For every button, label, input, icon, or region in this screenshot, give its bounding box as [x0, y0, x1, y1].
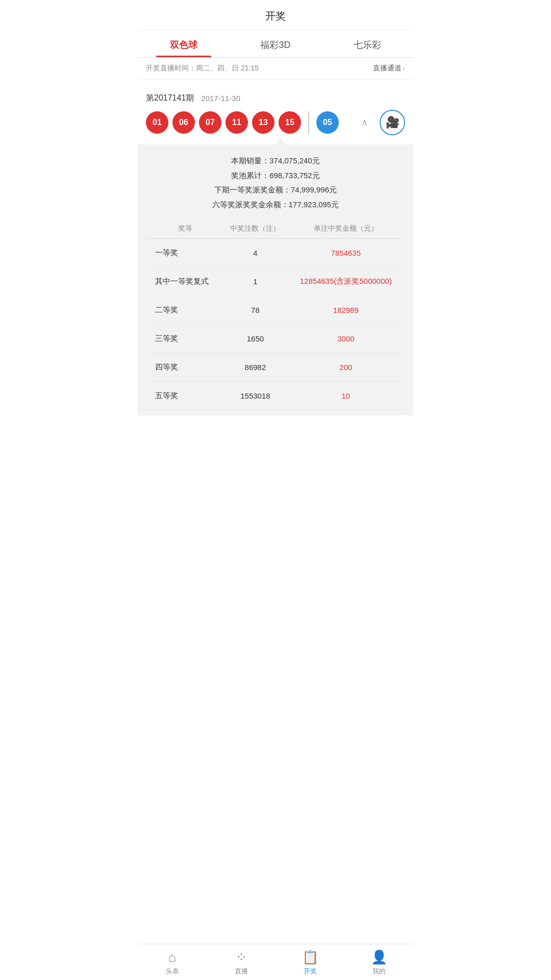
table-row: 二等奖78182989 — [148, 296, 403, 325]
prize-count: 1650 — [222, 325, 288, 353]
tab-shuangseqiu[interactable]: 双色球 — [138, 31, 230, 57]
prize-amount: 12854635(含派奖5000000) — [289, 267, 403, 296]
tab-bar: 双色球 福彩3D 七乐彩 — [138, 31, 413, 58]
details-panel: 本期销量：374,075,240元 奖池累计：698,733,752元 下期一等… — [138, 144, 413, 415]
page-title: 开奖 — [138, 0, 413, 31]
prize-amount: 7854635 — [289, 239, 403, 267]
prize-count: 1553018 — [222, 382, 288, 410]
caret-area — [146, 135, 405, 144]
table-header-rank: 奖等 — [148, 219, 222, 239]
table-row: 五等奖155301810 — [148, 382, 403, 410]
prize-table: 奖等 中奖注数（注） 单注中奖金额（元） 一等奖47854635其中一等奖复式1… — [148, 219, 403, 410]
prize-rank: 一等奖 — [148, 239, 222, 267]
broadcast-bar: 开奖直播时间：周二、四、日 21:15 直播通道 › — [138, 58, 413, 80]
table-header-amount: 单注中奖金额（元） — [289, 219, 403, 239]
prize-amount: 3000 — [289, 325, 403, 353]
draw-header: 第2017141期 2017-11-30 — [146, 93, 405, 104]
red-balls: 01 06 07 11 13 15 — [146, 111, 301, 134]
video-camera-icon: 🎥 — [386, 116, 399, 129]
red-ball-4: 11 — [226, 111, 248, 134]
prize-rank: 五等奖 — [148, 382, 222, 410]
table-header-count: 中奖注数（注） — [222, 219, 288, 239]
summary-line4-value: 177,923,095元 — [289, 200, 339, 209]
video-button[interactable]: 🎥 — [380, 110, 405, 135]
summary-line1-label: 本期销量： — [231, 156, 269, 165]
prize-rank: 四等奖 — [148, 353, 222, 382]
tab-qilecai[interactable]: 七乐彩 — [321, 31, 413, 57]
prize-rank: 其中一等奖复式 — [148, 267, 222, 296]
prize-count: 4 — [222, 239, 288, 267]
broadcast-channel-label: 直播通道 — [373, 64, 402, 73]
red-ball-3: 07 — [199, 111, 221, 134]
red-ball-6: 15 — [279, 111, 301, 134]
summary-line1-value: 374,075,240元 — [269, 156, 319, 165]
prize-count: 1 — [222, 267, 288, 296]
prize-count: 86982 — [222, 353, 288, 382]
prize-rank: 三等奖 — [148, 325, 222, 353]
draw-controls: ∧ 🎥 — [355, 110, 405, 135]
table-row: 一等奖47854635 — [148, 239, 403, 267]
prize-rank: 二等奖 — [148, 296, 222, 325]
summary-text: 本期销量：374,075,240元 奖池累计：698,733,752元 下期一等… — [148, 154, 403, 212]
balls-container: 01 06 07 11 13 15 05 — [146, 111, 350, 134]
red-ball-5: 13 — [252, 111, 274, 134]
tab-fucai3d[interactable]: 福彩3D — [230, 31, 321, 57]
broadcast-channel-link[interactable]: 直播通道 › — [373, 64, 405, 73]
draw-issue: 第2017141期 — [146, 93, 194, 104]
prize-amount: 10 — [289, 382, 403, 410]
expand-arrow-icon — [276, 137, 286, 144]
summary-line3-label: 下期一等奖派奖金额： — [214, 185, 291, 194]
red-ball-1: 01 — [146, 111, 168, 134]
prize-count: 78 — [222, 296, 288, 325]
draw-row: 01 06 07 11 13 15 05 ∧ 🎥 — [146, 110, 405, 135]
blue-ball: 05 — [316, 111, 339, 134]
summary-line4-label: 六等奖派奖奖金余额： — [212, 200, 289, 209]
broadcast-time: 开奖直播时间：周二、四、日 21:15 — [146, 64, 259, 73]
red-ball-2: 06 — [172, 111, 195, 134]
summary-line3-value: 74,999,996元 — [291, 185, 337, 194]
chevron-right-icon: › — [403, 64, 405, 72]
prize-amount: 182989 — [289, 296, 403, 325]
summary-line2-label: 奖池累计： — [231, 171, 269, 180]
table-row: 三等奖16503000 — [148, 325, 403, 353]
summary-line2-value: 698,733,752元 — [269, 171, 319, 180]
table-row: 四等奖86982200 — [148, 353, 403, 382]
draw-date: 2017-11-30 — [201, 94, 240, 103]
chevron-up-icon: ∧ — [361, 117, 368, 128]
collapse-button[interactable]: ∧ — [355, 113, 373, 132]
ball-divider — [308, 111, 309, 134]
draw-section: 第2017141期 2017-11-30 01 06 07 11 13 15 0… — [138, 85, 413, 144]
table-row: 其中一等奖复式112854635(含派奖5000000) — [148, 267, 403, 296]
prize-amount: 200 — [289, 353, 403, 382]
